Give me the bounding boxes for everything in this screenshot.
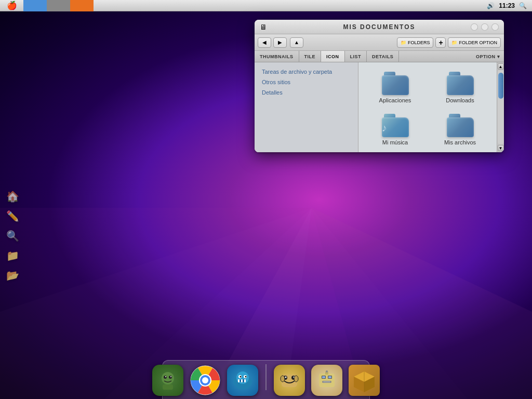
apple-icon: 🍎 xyxy=(7,1,17,10)
folder-tab xyxy=(449,72,460,75)
window-content: Tareas de archivo y carpeta Otros sitios… xyxy=(255,62,504,152)
svg-rect-34 xyxy=(319,374,335,387)
folder-body xyxy=(382,75,409,95)
file-label-aplicaciones: Aplicaciones xyxy=(379,97,411,103)
tab-tile[interactable]: TILE xyxy=(299,51,322,62)
menubar-btn-blue[interactable] xyxy=(23,0,47,11)
svg-point-7 xyxy=(162,372,174,384)
svg-rect-37 xyxy=(322,376,325,378)
back-icon: ◀ xyxy=(262,39,267,45)
forward-icon: ▶ xyxy=(278,39,282,45)
svg-point-10 xyxy=(165,376,166,377)
file-item-downloads[interactable]: Downloads xyxy=(430,69,490,107)
dock-app-chrome[interactable] xyxy=(189,364,222,397)
search-icon[interactable]: 🔍 xyxy=(519,2,527,9)
sidebar-dock-icon-pencil[interactable]: ✏️ xyxy=(4,208,21,224)
dock-separator xyxy=(265,364,267,390)
svg-rect-38 xyxy=(328,376,331,378)
sidebar-item-details-label: Detalles xyxy=(262,89,283,96)
sidebar-dock-icon-search[interactable]: 🔍 xyxy=(4,228,21,244)
tab-thumbnails[interactable]: THUMBNAILS xyxy=(255,51,299,62)
folders-label: FOLDERS xyxy=(408,40,430,45)
folder-tab xyxy=(384,114,395,117)
scroll-track[interactable] xyxy=(498,71,504,144)
sidebar-dock-icon-home[interactable]: 🏠 xyxy=(4,188,21,205)
svg-point-8 xyxy=(164,376,167,379)
window-icon: 🖥 xyxy=(260,23,267,31)
svg-point-9 xyxy=(169,376,172,379)
close-button[interactable] xyxy=(471,23,478,31)
folder-tab xyxy=(384,72,395,75)
box-icon xyxy=(349,365,380,396)
menubar-btn-orange[interactable] xyxy=(70,0,94,11)
headphone-icon xyxy=(274,365,305,396)
window-controls xyxy=(471,23,499,31)
svg-point-21 xyxy=(240,376,242,378)
file-item-aplicaciones[interactable]: Aplicaciones xyxy=(365,69,425,107)
forward-button[interactable]: ▶ xyxy=(273,37,287,48)
file-item-mis-archivos[interactable]: Mis archivos xyxy=(430,111,490,149)
desktop: 🍎 🔊 11:23 🔍 🏠 ✏️ 🔍 📁 📂 🖥 Mis documentos xyxy=(0,0,532,399)
minimize-button[interactable] xyxy=(481,23,488,31)
maximize-button[interactable] xyxy=(491,23,499,31)
folders-button[interactable]: 📁 FOLDERS xyxy=(397,37,434,48)
folder-icon-aplicaciones xyxy=(382,72,409,95)
file-label-downloads: Downloads xyxy=(446,97,474,103)
dock-app-headphone[interactable] xyxy=(273,364,306,397)
scroll-down-arrow[interactable]: ▼ xyxy=(498,145,504,151)
scroll-up-arrow[interactable]: ▲ xyxy=(498,63,504,70)
folders-icon: 📁 xyxy=(401,40,406,45)
svg-point-11 xyxy=(170,376,171,377)
sidebar-item-details[interactable]: Detalles xyxy=(255,87,358,98)
dock-app-zombie[interactable] xyxy=(151,364,184,397)
svg-rect-26 xyxy=(244,379,246,382)
menubar-btn-gray[interactable] xyxy=(47,0,70,11)
dock-app-robot[interactable] xyxy=(310,364,343,397)
window-title: Mis documentos xyxy=(343,23,415,31)
scroll-thumb[interactable] xyxy=(498,73,503,99)
folder-icon-mis-archivos xyxy=(447,114,474,137)
folder-option-button[interactable]: 📁 FOLDER OPTION xyxy=(448,37,501,48)
file-grid: Aplicaciones Downloads xyxy=(358,62,497,152)
svg-point-42 xyxy=(326,370,328,373)
dock-app-box[interactable] xyxy=(348,364,381,397)
tab-details[interactable]: DETAILS xyxy=(367,51,399,62)
tab-icon[interactable]: ICON xyxy=(321,51,345,62)
svg-point-22 xyxy=(245,376,247,378)
add-button[interactable]: + xyxy=(435,37,446,48)
scrollbar[interactable]: ▲ ▼ xyxy=(497,62,504,152)
menubar: 🍎 🔊 11:23 🔍 xyxy=(0,0,532,11)
folder-option-label: FOLDER OPTION xyxy=(459,40,497,45)
file-item-mi-musica[interactable]: ♪ Mi música xyxy=(365,111,425,149)
sidebar-item-others[interactable]: Otros sitios xyxy=(255,77,358,87)
view-tabs-bar: THUMBNAILS TILE ICON LIST DETAILS OPTION… xyxy=(255,51,504,62)
option-label: OPTION xyxy=(476,54,496,59)
folder-body xyxy=(447,75,474,95)
folder-option-icon: 📁 xyxy=(451,40,457,45)
sidebar-dock: 🏠 ✏️ 🔍 📁 📂 xyxy=(0,11,25,399)
robot-icon xyxy=(311,365,342,396)
menubar-right: 🔊 11:23 🔍 xyxy=(487,2,532,9)
clock: 11:23 xyxy=(499,2,515,9)
svg-rect-12 xyxy=(163,384,173,390)
sidebar-dock-icon-files[interactable]: 📂 xyxy=(4,267,21,284)
folder-icon-downloads xyxy=(447,72,474,95)
folder-tab xyxy=(449,114,460,117)
dock-app-fish[interactable] xyxy=(226,364,259,397)
window-titlebar[interactable]: 🖥 Mis documentos xyxy=(255,20,504,34)
svg-rect-40 xyxy=(323,381,330,382)
apple-menu[interactable]: 🍎 xyxy=(0,0,23,11)
svg-rect-25 xyxy=(241,379,243,382)
plus-icon: + xyxy=(438,38,443,47)
sidebar-item-tasks[interactable]: Tareas de archivo y carpeta xyxy=(255,66,358,77)
option-dropdown[interactable]: OPTION ▾ xyxy=(472,51,504,62)
sidebar-dock-icon-folder[interactable]: 📁 xyxy=(4,247,21,264)
up-button[interactable]: ▲ xyxy=(290,37,303,48)
file-grid-area: Aplicaciones Downloads xyxy=(358,62,497,152)
tab-list[interactable]: LIST xyxy=(345,51,367,62)
back-button[interactable]: ◀ xyxy=(258,37,271,48)
zombie-icon xyxy=(152,365,183,396)
svg-point-16 xyxy=(202,377,208,383)
sound-icon: 🔊 xyxy=(487,2,495,9)
svg-rect-24 xyxy=(238,379,240,382)
